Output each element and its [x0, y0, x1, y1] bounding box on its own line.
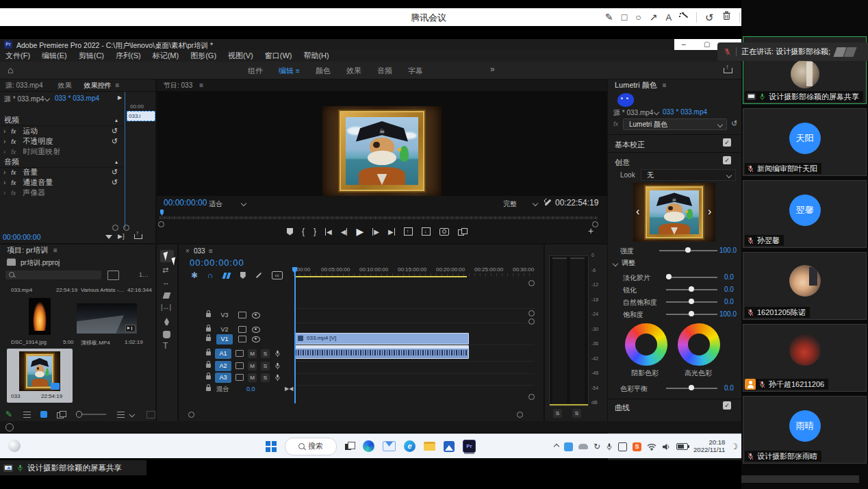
start-button[interactable] [266, 441, 277, 452]
source-patch-icon[interactable] [235, 350, 244, 357]
razor-tool[interactable] [163, 292, 171, 299]
faded-film-value[interactable]: 0.0 [724, 273, 734, 281]
effect-row-motion[interactable]: › fx 运动 ↺ [0, 126, 123, 136]
effect-row-volume[interactable]: › fx 音量 ↺ [0, 167, 123, 177]
ecp-timecode[interactable]: 00:00:00:00 [3, 233, 40, 241]
tint-balance-slider[interactable] [666, 384, 717, 392]
vibrance-value[interactable]: 0.0 [724, 298, 734, 305]
nest-icon[interactable]: ✱ [191, 271, 198, 280]
disclosure-icon[interactable]: › [3, 179, 5, 186]
panel-menu-icon[interactable]: ≡ [663, 82, 667, 89]
workspace-overflow-icon[interactable]: » [490, 64, 495, 74]
list-view-icon[interactable] [23, 412, 31, 418]
dock-icon[interactable] [618, 442, 627, 451]
eye-icon[interactable] [252, 336, 260, 342]
panel-menu-icon[interactable]: ≡ [209, 247, 213, 255]
tray-speaker-icon[interactable] [662, 443, 671, 451]
tray-mic-icon[interactable] [606, 442, 613, 451]
menu-sequence[interactable]: 序列(S) [116, 51, 141, 61]
timeline-video-clip[interactable]: 033.mp4 [V] [295, 333, 469, 344]
look-select[interactable]: 无 [641, 169, 736, 181]
section-video[interactable]: 视频 [4, 115, 19, 125]
timeline-settings-wrench-icon[interactable] [255, 272, 262, 279]
tab-editing[interactable]: 编辑 ≡ [279, 66, 300, 76]
project-thumb-fire[interactable] [29, 298, 51, 335]
solo-button[interactable]: S [261, 373, 270, 382]
slip-tool[interactable]: |↔| [161, 303, 171, 311]
add-marker-icon[interactable] [287, 228, 293, 236]
project-item-selected[interactable]: 033 22:54:19 [7, 349, 73, 403]
quick-export-icon[interactable]: ↑ [724, 65, 732, 73]
go-to-in-icon[interactable]: ◀ [325, 228, 332, 236]
shadow-tint-wheel[interactable] [625, 323, 667, 366]
sogou-icon[interactable]: S [633, 442, 641, 451]
step-back-icon[interactable]: ◀ [341, 228, 348, 236]
intensity-slider[interactable] [659, 247, 717, 255]
track-header-a3[interactable]: A3 M S [199, 372, 292, 383]
lock-icon[interactable] [206, 327, 211, 331]
mark-out-icon[interactable]: } [314, 227, 316, 236]
curves-checkbox[interactable]: ✓ [723, 401, 731, 410]
chevron-down-icon[interactable] [44, 96, 50, 101]
timeline-timecode[interactable]: 00:00:00:00 [190, 258, 244, 268]
ecp-splitter[interactable] [125, 92, 125, 229]
menu-window[interactable]: 窗口(W) [265, 51, 292, 61]
tab-color[interactable]: 颜色 [316, 66, 331, 76]
snap-icon[interactable]: ∩ [207, 271, 214, 280]
track-header-a2[interactable]: A2 M S [199, 360, 292, 371]
tab-effects[interactable]: 效果 [346, 66, 361, 76]
track-header-v3[interactable]: V3 [199, 310, 292, 321]
onedrive-cloud-icon[interactable] [578, 444, 588, 449]
search-bin-icon[interactable] [107, 271, 119, 280]
captions-icon[interactable]: cc [272, 271, 283, 279]
file-explorer-icon[interactable] [424, 442, 435, 451]
saturation-value[interactable]: 100.0 [719, 310, 737, 318]
effect-row-time-remap[interactable]: › fx 时间重映射 [0, 147, 123, 157]
solo-left-button[interactable]: S [553, 409, 562, 418]
tint-balance-value[interactable]: 0.0 [724, 384, 734, 392]
sync-icon[interactable]: ↻ [593, 442, 600, 451]
project-file-name[interactable]: pr培训.prproj [21, 258, 60, 268]
disclosure-icon[interactable]: › [3, 127, 5, 135]
chevron-down-icon[interactable] [241, 201, 246, 206]
mix-value[interactable]: 0.0 [246, 386, 255, 392]
chevron-down-icon[interactable] [654, 110, 659, 115]
track-label[interactable]: A3 [215, 373, 231, 383]
arrow-icon[interactable]: ↗ [650, 12, 658, 22]
type-tool[interactable]: T [163, 341, 168, 351]
timeline-audio-clip[interactable] [295, 345, 469, 359]
ellipse-icon[interactable]: ○ [635, 12, 641, 22]
menu-clip[interactable]: 剪辑(C) [79, 51, 104, 61]
tab-assembly[interactable]: 组件 [248, 66, 263, 76]
adjust-collapse-icon[interactable] [613, 261, 618, 266]
source-patch-icon[interactable] [238, 326, 246, 333]
scrollbar-handle[interactable] [528, 318, 535, 325]
menu-edit[interactable]: 编辑(E) [42, 51, 67, 61]
item-name[interactable]: 漂移板.MP4 [81, 339, 110, 347]
wrench-icon[interactable] [544, 199, 552, 206]
timeline-ruler[interactable]: :00:00 00:05:00:00 00:10:00:00 00:15:00:… [294, 266, 535, 276]
zoom-in-handle[interactable] [123, 225, 129, 231]
program-scrubber[interactable] [159, 216, 598, 219]
saturation-slider[interactable] [666, 310, 717, 318]
item-name[interactable]: 033.mp4 [11, 287, 32, 293]
participant-tile[interactable]: 翌馨 孙翌馨 [743, 180, 867, 248]
basic-correction-checkbox[interactable]: ✓ [723, 138, 731, 147]
lock-icon[interactable] [206, 364, 211, 368]
collapse-icon[interactable]: ▴ [115, 117, 118, 123]
effect-row-opacity[interactable]: › fx 不透明度 ↺ [0, 136, 123, 147]
tray-expand-icon[interactable] [554, 444, 559, 449]
pen-tool[interactable] [164, 318, 169, 325]
disclosure-icon[interactable]: › [3, 138, 5, 145]
program-quality-select[interactable]: 完整 [503, 199, 517, 209]
project-thumb-video[interactable] [77, 303, 137, 334]
sharpen-slider[interactable] [666, 286, 717, 294]
step-forward-icon[interactable]: ▶ [372, 228, 379, 236]
browser-e-icon[interactable]: e [404, 440, 416, 452]
track-header-mix[interactable]: 混合 0.0 [199, 384, 295, 394]
play-in-out-icon[interactable]: ▶} [118, 233, 125, 240]
voiceover-mic-icon[interactable] [274, 350, 281, 358]
undo-icon[interactable]: ↺ [705, 12, 714, 23]
program-timecode[interactable]: 00:00:00:00 [164, 198, 207, 208]
tray-clock[interactable]: 20:18 2022/11/11 [693, 439, 725, 454]
